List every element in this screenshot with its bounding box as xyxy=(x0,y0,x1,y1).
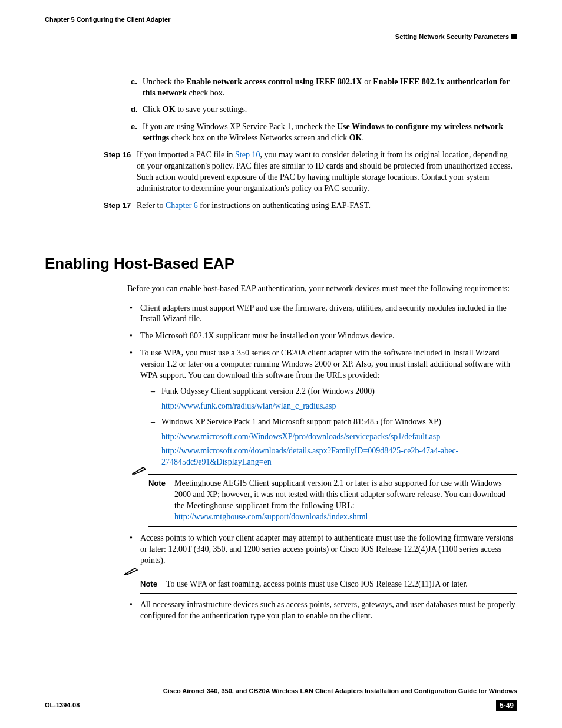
sub-list: Funk Odyssey Client supplicant version 2… xyxy=(151,386,517,468)
list-item: Funk Odyssey Client supplicant version 2… xyxy=(161,386,517,412)
note-label: Note xyxy=(148,478,174,523)
note-wpa: Note To use WPA or fast roaming, access … xyxy=(140,575,517,594)
list-item: Windows XP Service Pack 1 and Microsoft … xyxy=(161,417,517,469)
divider xyxy=(127,220,517,220)
footer-title: Cisco Aironet 340, 350, and CB20A Wirele… xyxy=(45,687,517,697)
step-17: Step 17 Refer to Chapter 6 for instructi… xyxy=(104,200,517,212)
link-chapter6[interactable]: Chapter 6 xyxy=(166,201,198,210)
chapter-label: Chapter 5 Configuring the Client Adapter xyxy=(45,15,171,24)
substep-c: c. Uncheck the Enable network access con… xyxy=(131,77,517,99)
note-meetinghouse: Note Meetinghouse AEGIS Client supplican… xyxy=(148,474,517,527)
page-footer: Cisco Aironet 340, 350, and CB20A Wirele… xyxy=(45,687,517,711)
section-label: Setting Network Security Parameters xyxy=(395,32,517,41)
requirements-list: Client adapters must support WEP and use… xyxy=(127,303,517,622)
list-item: To use WPA, you must use a 350 series or… xyxy=(140,348,517,527)
link-funk[interactable]: http://www.funk.com/radius/wlan/wlan_c_r… xyxy=(161,401,517,412)
step-17-label: Step 17 xyxy=(104,200,137,212)
list-item: All necessary infrastructure devices suc… xyxy=(140,599,517,622)
running-header: Chapter 5 Configuring the Client Adapter… xyxy=(45,15,517,41)
substep-e-label: e. xyxy=(131,121,143,144)
section-heading: Enabling Host-Based EAP xyxy=(45,253,517,274)
header-marker-icon xyxy=(511,34,517,39)
substep-c-label: c. xyxy=(131,77,143,99)
list-item: Client adapters must support WEP and use… xyxy=(140,303,517,325)
link-step10[interactable]: Step 10 xyxy=(235,150,260,159)
substep-d-label: d. xyxy=(131,104,143,116)
step-16: Step 16 If you imported a PAC file in St… xyxy=(104,150,517,195)
link-ms-download[interactable]: http://www.microsoft.com/downloads/detai… xyxy=(161,446,517,468)
link-mtghouse[interactable]: http://www.mtghouse.com/support/download… xyxy=(174,512,368,521)
link-ms-sp1[interactable]: http://www.microsoft.com/WindowsXP/pro/d… xyxy=(161,431,517,443)
note-label: Note xyxy=(140,579,166,590)
section-intro: Before you can enable host-based EAP aut… xyxy=(127,284,517,295)
list-item: Access points to which your client adapt… xyxy=(140,533,517,594)
step-16-label: Step 16 xyxy=(104,150,137,195)
substep-e: e. If you are using Windows XP Service P… xyxy=(131,121,517,144)
pencil-icon xyxy=(132,466,146,475)
doc-number: OL-1394-08 xyxy=(45,701,80,710)
pencil-icon xyxy=(124,567,138,575)
page-number-badge: 5-49 xyxy=(496,700,517,711)
list-item: The Microsoft 802.1X supplicant must be … xyxy=(140,331,517,342)
substep-d: d. Click OK to save your settings. xyxy=(131,104,517,116)
